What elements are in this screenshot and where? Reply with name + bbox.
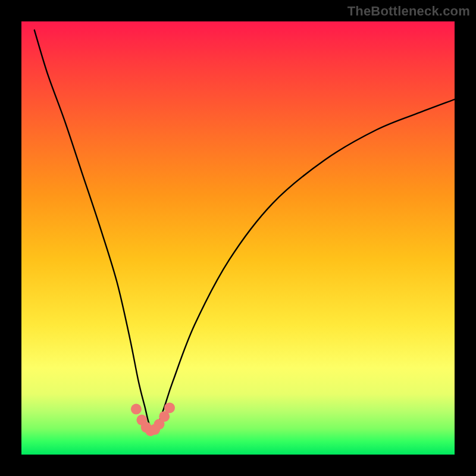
frame-border [455,0,476,476]
watermark-text: TheBottleneck.com [347,4,470,19]
frame-border [0,455,476,476]
bottleneck-gradient-background [21,21,455,455]
frame-border [0,0,21,476]
